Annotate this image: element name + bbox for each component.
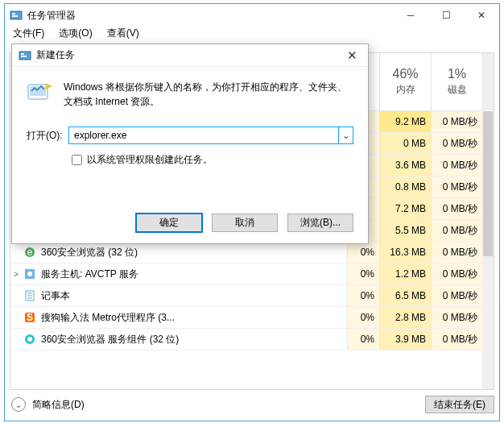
disk-cell: 0 MB/秒 [431, 242, 482, 263]
cpu-cell: 0% [347, 242, 379, 263]
disk-cell: 0 MB/秒 [431, 263, 482, 284]
process-name: 360安全浏览器 (32 位) [41, 246, 347, 259]
fewer-details-icon[interactable]: ⌄ [11, 397, 26, 412]
vertical-scrollbar[interactable] [482, 111, 494, 389]
minimize-button[interactable]: ─ [393, 4, 428, 27]
memory-cell: 0 MB [379, 133, 431, 154]
disk-cell: 0 MB/秒 [431, 307, 482, 328]
dialog-title: 新建任务 [36, 48, 336, 62]
process-name: 记事本 [41, 289, 347, 303]
process-icon: e [23, 246, 36, 259]
memory-cell: 5.5 MB [379, 220, 431, 241]
brief-info-label[interactable]: 简略信息(D) [32, 398, 425, 412]
column-memory[interactable]: 46% 内存 [379, 53, 431, 110]
open-combo[interactable]: ⌄ [68, 126, 353, 144]
table-row[interactable]: S搜狗输入法 Metro代理程序 (3...0%2.8 MB0 MB/秒 [10, 307, 482, 329]
chevron-down-icon[interactable]: ⌄ [338, 127, 353, 143]
admin-checkbox[interactable] [72, 155, 82, 165]
cpu-cell: 0% [347, 307, 379, 328]
process-icon: S [23, 311, 36, 324]
cpu-cell: 0% [347, 263, 379, 284]
run-icon [27, 80, 54, 104]
menu-file[interactable]: 文件(F) [13, 27, 44, 43]
memory-cell: 0.8 MB [379, 176, 431, 197]
svg-rect-17 [21, 56, 27, 57]
svg-point-6 [27, 272, 32, 276]
disk-cell: 0 MB/秒 [431, 329, 482, 350]
memory-pct: 46% [392, 67, 418, 81]
svg-rect-16 [21, 53, 24, 55]
process-icon [23, 267, 36, 280]
svg-text:e: e [27, 247, 33, 258]
svg-rect-2 [12, 15, 18, 17]
memory-cell: 3.9 MB [379, 329, 431, 350]
table-row[interactable]: >服务主机: AVCTP 服务0%1.2 MB0 MB/秒 [10, 263, 482, 285]
taskmgr-icon [19, 49, 31, 62]
process-name: 搜狗输入法 Metro代理程序 (3... [41, 311, 347, 325]
disk-label: 磁盘 [448, 83, 467, 97]
admin-row: 以系统管理权限创建此任务。 [68, 152, 353, 168]
menubar: 文件(F) 选项(O) 查看(V) [5, 27, 499, 43]
memory-cell: 1.2 MB [379, 263, 431, 284]
column-disk[interactable]: 1% 磁盘 [431, 53, 482, 110]
ok-button[interactable]: 确定 [136, 214, 202, 232]
dialog-buttons: 确定 取消 浏览(B)... [136, 214, 353, 232]
browse-button[interactable]: 浏览(B)... [287, 214, 353, 232]
scrollbar-thumb[interactable] [483, 111, 493, 256]
new-task-dialog: 新建任务 ✕ Windows 将根据你所键入的名称，为你打开相应的程序、文件夹、… [11, 44, 369, 244]
bottom-bar: ⌄ 简略信息(D) 结束任务(E) [10, 393, 494, 416]
menu-view[interactable]: 查看(V) [107, 27, 139, 43]
open-input[interactable] [69, 130, 338, 141]
table-row[interactable]: e360安全浏览器 (32 位)0%16.3 MB0 MB/秒 [10, 242, 482, 263]
dialog-titlebar[interactable]: 新建任务 ✕ [12, 44, 368, 67]
svg-point-14 [27, 337, 32, 342]
dialog-description: Windows 将根据你所键入的名称，为你打开相应的程序、文件夹、文档或 Int… [27, 80, 353, 112]
process-icon [23, 333, 36, 346]
memory-cell: 2.8 MB [379, 307, 431, 328]
process-icon [23, 289, 36, 302]
memory-cell: 16.3 MB [379, 242, 431, 263]
process-name: 服务主机: AVCTP 服务 [41, 267, 347, 281]
process-name: 360安全浏览器 服务组件 (32 位) [41, 333, 347, 346]
titlebar[interactable]: 任务管理器 ─ ☐ ✕ [5, 4, 499, 27]
disk-cell: 0 MB/秒 [431, 176, 482, 197]
scroll-header-cap [482, 53, 494, 110]
table-row[interactable]: 360安全浏览器 服务组件 (32 位)0%3.9 MB0 MB/秒 [10, 329, 482, 350]
svg-rect-1 [12, 13, 15, 15]
disk-cell: 0 MB/秒 [431, 220, 482, 241]
disk-cell: 0 MB/秒 [431, 198, 482, 219]
svg-text:S: S [27, 312, 33, 323]
expand-icon[interactable]: > [10, 270, 22, 279]
memory-cell: 9.2 MB [379, 111, 431, 132]
cpu-cell: 0% [347, 285, 379, 306]
window-title: 任务管理器 [27, 9, 393, 23]
open-label: 打开(O): [27, 129, 68, 143]
disk-pct: 1% [448, 67, 466, 81]
menu-options[interactable]: 选项(O) [59, 27, 92, 43]
dialog-body: Windows 将根据你所键入的名称，为你打开相应的程序、文件夹、文档或 Int… [12, 67, 368, 168]
window-controls: ─ ☐ ✕ [393, 4, 499, 27]
dialog-close-button[interactable]: ✕ [336, 48, 368, 63]
memory-cell: 3.6 MB [379, 155, 431, 176]
memory-label: 内存 [396, 83, 415, 97]
memory-cell: 7.2 MB [379, 198, 431, 219]
disk-cell: 0 MB/秒 [431, 285, 482, 306]
disk-cell: 0 MB/秒 [431, 111, 482, 132]
taskmgr-icon [10, 9, 23, 22]
cancel-button[interactable]: 取消 [212, 214, 278, 232]
open-row: 打开(O): ⌄ [27, 126, 353, 144]
disk-cell: 0 MB/秒 [431, 155, 482, 176]
disk-cell: 0 MB/秒 [431, 133, 482, 154]
memory-cell: 6.5 MB [379, 285, 431, 306]
cpu-cell: 0% [347, 329, 379, 350]
table-row[interactable]: 记事本0%6.5 MB0 MB/秒 [10, 285, 482, 307]
end-task-button[interactable]: 结束任务(E) [425, 396, 494, 413]
maximize-button[interactable]: ☐ [428, 4, 464, 27]
admin-label: 以系统管理权限创建此任务。 [87, 153, 213, 167]
close-button[interactable]: ✕ [464, 4, 499, 27]
